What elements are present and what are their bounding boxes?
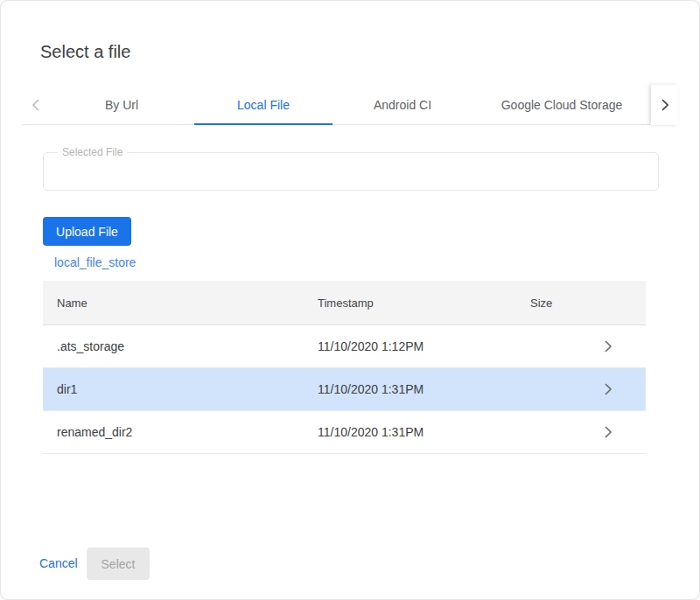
tab-label: Local File [237, 98, 290, 112]
tab-android-ci[interactable]: Android CI [332, 85, 472, 125]
file-timestamp: 11/10/2020 1:31PM [318, 425, 530, 439]
select-file-dialog: Select a file By Url Local File Android … [1, 1, 699, 599]
file-timestamp: 11/10/2020 1:31PM [318, 382, 530, 396]
file-table: Name Timestamp Size .ats_storage 11/10/2… [43, 281, 646, 454]
tab-label: By Url [105, 98, 138, 112]
table-row[interactable]: renamed_dir2 11/10/2020 1:31PM [43, 411, 646, 454]
column-header-name: Name [43, 297, 318, 310]
breadcrumb-local-file-store[interactable]: local_file_store [54, 255, 136, 269]
tab-google-cloud-storage[interactable]: Google Cloud Storage [472, 85, 651, 125]
file-timestamp: 11/10/2020 1:12PM [318, 339, 530, 353]
table-header-row: Name Timestamp Size [43, 281, 646, 325]
selected-file-input[interactable] [54, 159, 648, 173]
tabs-scroll-left-button[interactable] [22, 85, 49, 125]
chevron-left-icon [32, 99, 40, 111]
file-name: dir1 [43, 382, 318, 396]
tab-label: Google Cloud Storage [501, 98, 623, 112]
table-row[interactable]: .ats_storage 11/10/2020 1:12PM [43, 325, 646, 368]
tab-bar: By Url Local File Android CI Google Clou… [22, 85, 678, 125]
file-name: .ats_storage [43, 339, 318, 353]
dialog-title: Select a file [40, 42, 130, 62]
column-header-size: Size [530, 297, 600, 310]
tabs-scroll-right-button[interactable] [651, 85, 678, 125]
column-header-timestamp: Timestamp [318, 297, 530, 310]
tab-by-url[interactable]: By Url [49, 85, 194, 125]
select-button[interactable]: Select [87, 548, 150, 580]
chevron-right-icon [604, 426, 612, 438]
chevron-right-icon [604, 383, 612, 395]
upload-file-button[interactable]: Upload File [43, 217, 131, 246]
chevron-right-icon [604, 340, 612, 352]
cancel-button[interactable]: Cancel [39, 556, 78, 570]
tab-list: By Url Local File Android CI Google Clou… [49, 85, 651, 125]
selected-file-label: Selected File [58, 146, 127, 158]
selected-file-field: Selected File [43, 146, 659, 191]
open-row-button[interactable] [600, 383, 646, 395]
table-row[interactable]: dir1 11/10/2020 1:31PM [43, 368, 646, 411]
file-name: renamed_dir2 [43, 425, 318, 439]
tab-local-file[interactable]: Local File [194, 85, 332, 125]
open-row-button[interactable] [600, 340, 646, 352]
open-row-button[interactable] [600, 426, 646, 438]
chevron-right-icon [661, 99, 669, 111]
tab-label: Android CI [374, 98, 431, 112]
